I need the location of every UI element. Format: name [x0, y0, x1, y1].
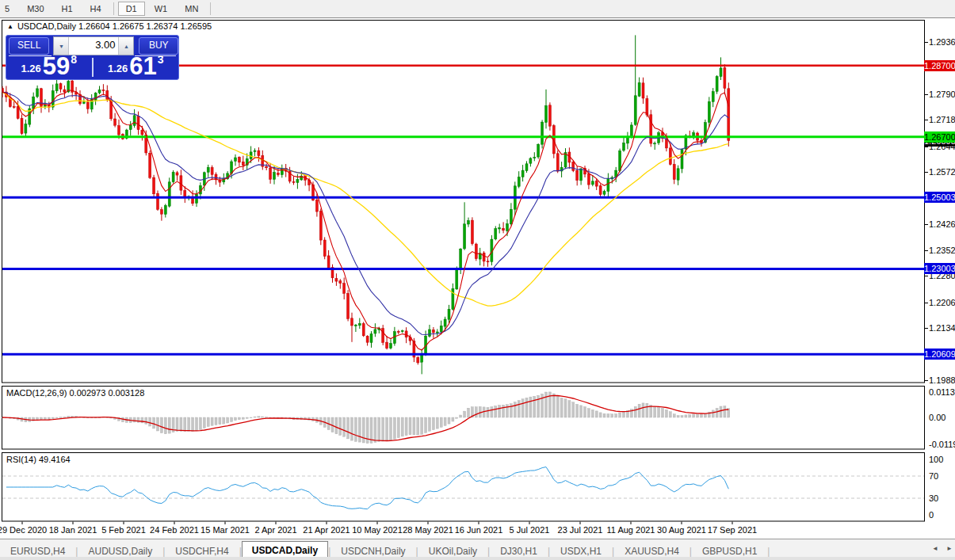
- trade-panel: SELL ▼ 3.00 ▲ BUY 1.26 59 8 1.26 61 3: [6, 35, 179, 80]
- rsi-label: RSI(14) 49.4164: [6, 455, 71, 464]
- price-axis-tick: 1.27900: [929, 90, 955, 100]
- spin-up-icon: ▲: [124, 44, 129, 49]
- price-axis-tick-mark: [925, 328, 928, 329]
- price-axis-tick: 1.25720: [929, 167, 955, 177]
- sell-price-sup: 8: [71, 53, 77, 66]
- price-axis-tick-mark: [925, 94, 928, 95]
- rsi-axis-tick: 100: [929, 455, 955, 465]
- hline-price-label: 1.26700: [924, 131, 955, 143]
- date-label: 16 Jun 2021: [455, 525, 503, 535]
- date-label: 10 May 2021: [352, 525, 403, 535]
- timeframe-button-5[interactable]: 5: [0, 2, 17, 16]
- timeframe-button-h1[interactable]: H1: [54, 2, 81, 16]
- macd-axis-tick: -0.01190: [929, 440, 955, 450]
- date-label: 18 Jan 2021: [49, 525, 97, 535]
- price-axis-tick: 1.24260: [929, 219, 955, 230]
- toolbar-separator: [210, 2, 211, 15]
- date-label: 30 Aug 2021: [657, 525, 706, 535]
- price-axis-tick-mark: [925, 250, 928, 251]
- spin-down-icon: ▼: [59, 44, 64, 49]
- macd-axis-tick: 0.00: [929, 413, 955, 423]
- chart-title-text: USDCAD,Daily 1.26604 1.26675 1.26374 1.2…: [17, 21, 212, 31]
- hline-price-label: 1.28700: [924, 60, 955, 71]
- sell-price-area[interactable]: 1.26 59 8: [6, 56, 92, 78]
- price-axis-tick: 1.21340: [929, 323, 955, 333]
- price-axis-tick-mark: [925, 303, 928, 303]
- price-axis-tick: 1.19880: [929, 375, 955, 386]
- tab-scroll-right-icon[interactable]: ►: [946, 545, 953, 552]
- date-label: 29 Dec 2020: [0, 525, 47, 535]
- timeframe-button-w1[interactable]: W1: [147, 2, 176, 16]
- price-axis-tick: 1.22060: [929, 298, 955, 308]
- buy-price-small: 1.26: [108, 63, 128, 74]
- timeframe-button-d1[interactable]: D1: [118, 2, 145, 16]
- price-axis-tick: 1.29360: [929, 37, 955, 48]
- price-axis-tick-mark: [925, 120, 928, 120]
- chart-canvas[interactable]: [0, 0, 955, 560]
- price-axis-tick-mark: [925, 276, 928, 276]
- price-axis-tick: 1.23520: [929, 246, 955, 256]
- timeframe-button-mn[interactable]: MN: [177, 2, 206, 16]
- timeframe-button-h4[interactable]: H4: [82, 2, 109, 16]
- macd-axis-tick: 0.01135: [929, 387, 955, 398]
- price-axis-tick-mark: [925, 147, 928, 147]
- price-axis-tick-mark: [925, 42, 928, 43]
- tab-scroll-left-icon[interactable]: ◄: [932, 545, 938, 552]
- buy-price-area[interactable]: 1.26 61 3: [94, 56, 179, 78]
- hline-price-label: 1.23003: [924, 263, 955, 274]
- buy-price-big: 61: [129, 56, 156, 77]
- price-axis-tick-mark: [925, 172, 928, 173]
- hline-price-label: 1.20609: [924, 349, 955, 360]
- collapse-triangle-icon[interactable]: ▲: [7, 23, 13, 30]
- price-axis-tick: 1.27180: [929, 115, 955, 125]
- window-bottom-strip: [0, 557, 955, 560]
- timeframe-toolbar: 5M30H1H4D1W1MN: [0, 0, 955, 18]
- date-label: 28 May 2021: [403, 525, 453, 535]
- timeframe-button-m30[interactable]: M30: [19, 2, 52, 16]
- toolbar-separator: [113, 2, 114, 15]
- date-label: 11 Aug 2021: [607, 525, 655, 535]
- date-label: 21 Apr 2021: [303, 525, 350, 535]
- date-label: 17 Sep 2021: [708, 525, 757, 535]
- date-label: 24 Feb 2021: [150, 525, 199, 535]
- date-label: 23 Jul 2021: [558, 525, 603, 535]
- date-label: 5 Feb 2021: [101, 525, 146, 535]
- date-label: 5 Jul 2021: [510, 525, 550, 535]
- date-label: 15 Mar 2021: [201, 525, 250, 535]
- buy-price-sup: 3: [158, 53, 164, 66]
- chart-title: ▲USDCAD,Daily 1.26604 1.26675 1.26374 1.…: [7, 21, 212, 31]
- macd-label: MACD(12,26,9) 0.002973 0.003128: [6, 388, 144, 398]
- rsi-axis-tick: 70: [929, 471, 955, 482]
- price-axis-tick-mark: [925, 380, 928, 381]
- date-label: 2 Apr 2021: [254, 525, 296, 535]
- rsi-axis-tick: 30: [929, 493, 955, 504]
- hline-price-label: 1.25003: [924, 192, 955, 203]
- sell-price-big: 59: [43, 56, 70, 77]
- trade-panel-price-row: 1.26 59 8 1.26 61 3: [6, 56, 178, 78]
- sell-price-small: 1.26: [21, 63, 40, 74]
- rsi-axis-tick: 0: [929, 510, 955, 520]
- volume-field[interactable]: 3.00: [69, 37, 118, 55]
- price-axis-tick-mark: [925, 224, 928, 225]
